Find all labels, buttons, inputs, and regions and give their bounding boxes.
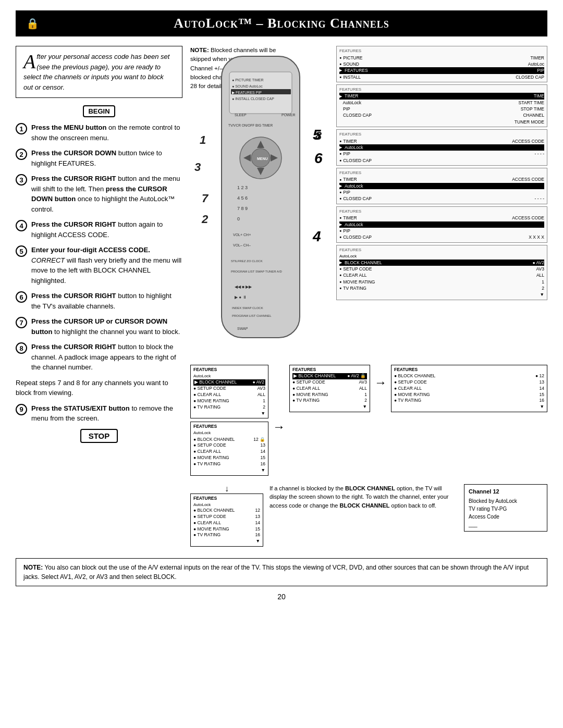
svg-text:4  5  6: 4 5 6: [237, 195, 248, 201]
screen-5: FEATURES ● TIMER ACCESS CODE ▶ AutoLock …: [336, 206, 547, 243]
step-overlay-7: 7: [202, 192, 208, 205]
bottom-far-left: ↓ FEATURES AutoLock ● BLOCK CHANNEL12 ● …: [190, 484, 263, 550]
small-screen-d: FEATURES ● BLOCK CHANNEL● 12 ● SETUP COD…: [391, 365, 547, 412]
svg-text:SLEEP: SLEEP: [235, 113, 247, 117]
bottom-note-text: You also can block out the use of the A/…: [23, 564, 529, 581]
svg-text:STILFREZ  ZO  CLOCK: STILFREZ ZO CLOCK: [231, 260, 263, 263]
blocked-info-section: ↓ FEATURES AutoLock ● BLOCK CHANNEL12 ● …: [190, 484, 547, 550]
svg-text:● PICTURE    TIMER: ● PICTURE TIMER: [232, 78, 264, 82]
main-content: A fter your personal access code has bee…: [16, 46, 547, 550]
page-number: 20: [16, 593, 547, 601]
step-overlay-2: 2: [202, 213, 208, 226]
screen-2: FEATURES ▶ TIMER TIME AutoLock START TIM…: [336, 84, 547, 127]
step-2: 2 Press the CURSOR DOWN button twice to …: [16, 148, 182, 168]
step-6: 6 Press the CURSOR RIGHT button to highl…: [16, 291, 182, 311]
step-9-bold: Press the STATUS/EXIT button: [31, 404, 130, 412]
screen-4: FEATURES ● TIMER ACCESS CODE ▶ AutoLock …: [336, 168, 547, 204]
small-screen-c: FEATURES ▶ BLOCK CHANNEL● AV2 🔒 ● SETUP …: [289, 365, 370, 412]
svg-text:INDEX  SWAP  CLOCK: INDEX SWAP CLOCK: [232, 306, 263, 310]
step-5-content: Enter your four-digit ACCESS CODE. CORRE…: [31, 245, 182, 286]
svg-text:VOL+      CH+: VOL+ CH+: [233, 233, 251, 237]
step-3-content: Press the CURSOR RIGHT button and the me…: [31, 174, 182, 214]
page-wrapper: 🔒 AutoLock™ – Blocking Channels A fter y…: [0, 0, 563, 728]
svg-text:MENU: MENU: [257, 157, 268, 161]
bottom-note-bold: NOTE:: [23, 564, 43, 571]
step-4: 4 Press the CURSOR RIGHT button again to…: [16, 219, 182, 240]
right-screens-column: FEATURES ● PICTURE TIMER ● SOUND AutoLoc…: [336, 46, 547, 359]
svg-text:◀◀  ■  ▶▶: ◀◀ ■ ▶▶: [235, 285, 252, 289]
step-6-num: 6: [16, 291, 27, 303]
step-num-5: 5: [313, 127, 321, 143]
begin-badge: BEGIN: [83, 105, 115, 117]
step-9-num: 9: [16, 404, 27, 415]
channel-blocked-box: Channel 12 Blocked by AutoLock TV rating…: [464, 484, 547, 532]
lock-icon: 🔒: [26, 17, 39, 30]
step-1-content: Press the MENU button on the remote cont…: [31, 122, 182, 143]
bottom-note: NOTE: You also can block out the use of …: [16, 558, 547, 586]
step-8-num: 8: [16, 342, 27, 354]
small-screen-a: FEATURES AutoLock ▶ BLOCK CHANNEL● AV2 ●…: [190, 365, 268, 418]
intro-big-letter: A: [23, 54, 35, 69]
step-1: 1 Press the MENU button on the remote co…: [16, 122, 182, 143]
step-1-bold: Press the MENU button: [31, 124, 106, 131]
right-column: NOTE: Blocked channels will be skipped w…: [190, 46, 547, 550]
step-num-6: 6: [314, 150, 323, 167]
step-5-italic: CORRECT: [31, 256, 65, 264]
page-header: 🔒 AutoLock™ – Blocking Channels: [16, 10, 547, 36]
svg-text:● INSTALL  CLOSED CAP: ● INSTALL CLOSED CAP: [232, 97, 274, 101]
arrow-right-2: →: [374, 371, 387, 390]
step-3-num: 3: [16, 174, 27, 186]
channel-blocked-line3: Access Code: [469, 513, 543, 521]
svg-text:TV/VCR ON/OFF  BIG  TIMER: TV/VCR ON/OFF BIG TIMER: [228, 124, 273, 127]
step-5-bold: Enter your four-digit ACCESS CODE.: [31, 246, 150, 254]
svg-text:1  2  3: 1 2 3: [237, 185, 248, 190]
arrow-down-1: ↓: [190, 484, 263, 493]
small-screen-b: FEATURES AutoLock ● BLOCK CHANNEL12 🔒 ● …: [190, 422, 268, 475]
step-7-content: Press the CURSOR UP or CURSOR DOWN butto…: [31, 316, 182, 337]
screen-3: FEATURES ● TIMER ACCESS CODE ▶ AutoLock …: [336, 129, 547, 166]
step-5: 5 Enter your four-digit ACCESS CODE. COR…: [16, 245, 182, 286]
stop-badge: STOP: [80, 429, 118, 443]
step-7-bold: Press the CURSOR UP or CURSOR DOWN butto…: [31, 317, 167, 336]
step-2-content: Press the CURSOR DOWN button twice to hi…: [31, 148, 182, 168]
bottom-section: FEATURES AutoLock ▶ BLOCK CHANNEL● AV2 ●…: [190, 365, 547, 479]
left-column: A fter your personal access code has bee…: [16, 46, 182, 550]
channel-blocked-title: Channel 12: [469, 487, 543, 496]
step-5-num: 5: [16, 245, 27, 257]
channel-blocked-line4: ___: [469, 521, 543, 528]
step-4-bold: Press the CURSOR RIGHT: [31, 220, 116, 228]
small-screen-e: FEATURES AutoLock ● BLOCK CHANNEL12 ● SE…: [190, 493, 263, 547]
step-3: 3 Press the CURSOR RIGHT button and the …: [16, 174, 182, 214]
step-1-num: 1: [16, 123, 27, 134]
channel-blocked-line1: Blocked by AutoLock: [469, 497, 543, 505]
step-6-bold: Press the CURSOR RIGHT: [31, 292, 116, 300]
step-4-num: 4: [16, 220, 27, 231]
remote-svg: ● PICTURE TIMER ● SOUND AutoLoc ▶ FEATUR…: [190, 46, 331, 359]
step-overlay-3: 3: [194, 161, 201, 174]
svg-text:VOL–      CH–: VOL– CH–: [233, 243, 251, 247]
svg-text:PROGRAM LIST  CHANNEL: PROGRAM LIST CHANNEL: [232, 314, 272, 317]
repeat-text: Repeat steps 7 and 8 for any channels yo…: [16, 378, 182, 398]
step-3-bold2: press the CURSOR DOWN button: [31, 185, 167, 203]
step-9-content: Press the STATUS/EXIT button to remove t…: [31, 403, 182, 424]
step-4-content: Press the CURSOR RIGHT button again to h…: [31, 219, 182, 240]
arrow-right-1: →: [273, 409, 285, 434]
step-6-content: Press the CURSOR RIGHT button to highlig…: [31, 291, 182, 311]
step-3-bold: Press the CURSOR RIGHT: [31, 175, 116, 182]
step-overlay-1: 1: [200, 133, 206, 147]
screen-6: FEATURES AutoLock ▶ BLOCK CHANNEL ● AV2 …: [336, 245, 547, 300]
step-9: 9 Press the STATUS/EXIT button to remove…: [16, 403, 182, 424]
svg-text:POWER: POWER: [282, 113, 295, 117]
svg-text:SWAP: SWAP: [237, 327, 248, 330]
intro-text: fter your personal access code has been …: [23, 53, 169, 91]
page-title: AutoLock™ – Blocking Channels: [26, 16, 537, 31]
screen-1: FEATURES ● PICTURE TIMER ● SOUND AutoLoc…: [336, 46, 547, 82]
svg-text:▶  ●  ⏸: ▶ ● ⏸: [235, 295, 247, 300]
bottom-left-screens: FEATURES AutoLock ▶ BLOCK CHANNEL● AV2 ●…: [190, 365, 268, 479]
svg-text:0: 0: [237, 216, 240, 221]
svg-text:● SOUND      AutoLoc: ● SOUND AutoLoc: [232, 84, 263, 88]
step-7-num: 7: [16, 317, 27, 328]
channel-blocked-line2: TV rating TV-PG: [469, 505, 543, 513]
step-2-num: 2: [16, 149, 27, 160]
step-7: 7 Press the CURSOR UP or CURSOR DOWN but…: [16, 316, 182, 337]
